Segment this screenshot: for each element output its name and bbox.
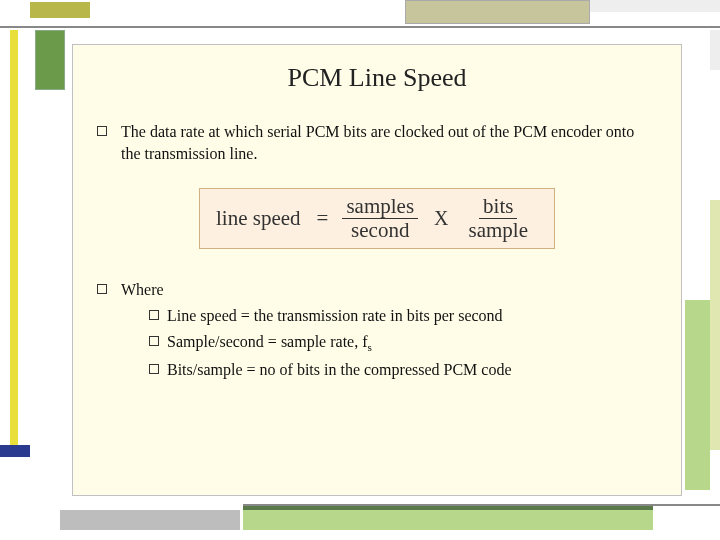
formula-frac-1: samples second bbox=[342, 195, 418, 242]
bullet-2-text: Where bbox=[121, 279, 657, 301]
bullet-marker-icon bbox=[97, 126, 107, 136]
left-accent-blue bbox=[0, 445, 30, 457]
formula-equals: = bbox=[317, 206, 329, 231]
line-speed-formula: line speed = samples second X bits sampl… bbox=[199, 188, 555, 249]
slide-panel: PCM Line Speed The data rate at which se… bbox=[72, 44, 682, 496]
sub-item-3-text: Bits/sample = no of bits in the compress… bbox=[167, 359, 512, 381]
right-accent-3 bbox=[710, 30, 720, 70]
formula-lhs: line speed bbox=[216, 206, 301, 231]
formula-frac-2: bits sample bbox=[465, 195, 532, 242]
bullet-2: Where Line speed = the transmission rate… bbox=[97, 279, 657, 384]
left-accent-yellow bbox=[10, 30, 18, 450]
bullet-marker-icon bbox=[149, 336, 159, 346]
sub-item-2-text: Sample/second = sample rate, fs bbox=[167, 331, 372, 355]
sub-item-3: Bits/sample = no of bits in the compress… bbox=[149, 359, 657, 381]
bottom-accent-green bbox=[243, 510, 653, 530]
bullet-marker-icon bbox=[149, 364, 159, 374]
frac2-denominator: sample bbox=[465, 219, 532, 242]
sub-item-1-text: Line speed = the transmission rate in bi… bbox=[167, 305, 503, 327]
top-accent-olive bbox=[405, 0, 590, 24]
bullet-marker-icon bbox=[149, 310, 159, 320]
sub-item-1: Line speed = the transmission rate in bi… bbox=[149, 305, 657, 327]
formula-multiply: X bbox=[434, 207, 448, 230]
top-frame bbox=[0, 0, 720, 28]
bullet-1: The data rate at which serial PCM bits a… bbox=[97, 121, 657, 164]
top-accent-yellow bbox=[30, 2, 90, 18]
frac1-denominator: second bbox=[347, 219, 413, 242]
top-accent-gray bbox=[590, 0, 720, 12]
sub-item-2-subscript: s bbox=[368, 341, 372, 353]
bottom-accent-gray bbox=[60, 510, 240, 530]
right-accent-1 bbox=[710, 200, 720, 450]
frac2-numerator: bits bbox=[479, 195, 517, 219]
formula-container: line speed = samples second X bits sampl… bbox=[97, 188, 657, 249]
sub-item-2-pre: Sample/second = sample rate, f bbox=[167, 333, 368, 350]
slide-title: PCM Line Speed bbox=[97, 63, 657, 93]
sub-list: Line speed = the transmission rate in bi… bbox=[149, 305, 657, 380]
frac1-numerator: samples bbox=[342, 195, 418, 219]
bullet-1-text: The data rate at which serial PCM bits a… bbox=[121, 121, 657, 164]
left-accent-green bbox=[35, 30, 65, 90]
sub-item-2: Sample/second = sample rate, fs bbox=[149, 331, 657, 355]
bullet-marker-icon bbox=[97, 284, 107, 294]
right-accent-green bbox=[685, 300, 710, 490]
